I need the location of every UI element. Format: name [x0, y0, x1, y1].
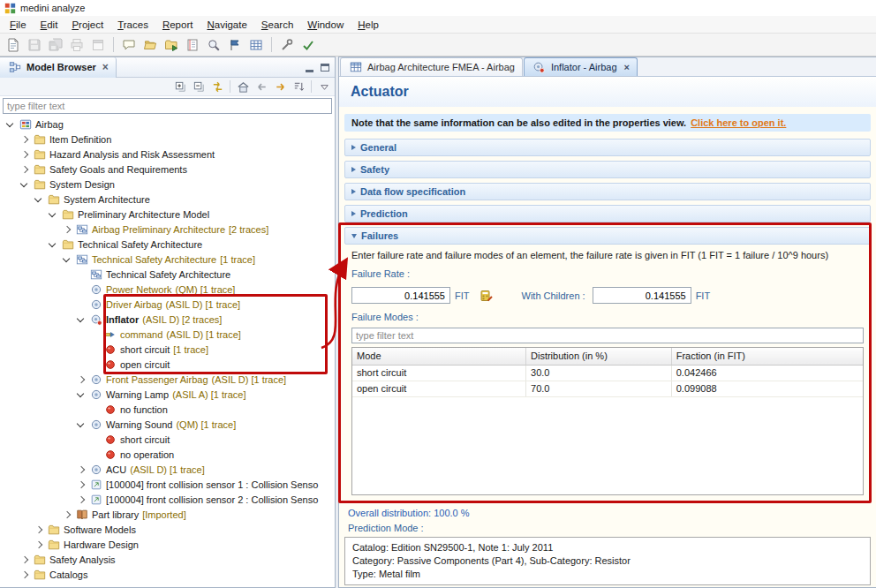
failure-modes-table[interactable]: ModeDistribution (in %)Fraction (in FIT)… [351, 347, 864, 495]
home-button[interactable] [234, 79, 252, 95]
folder-open-button[interactable] [140, 35, 160, 55]
menu-file[interactable]: File [3, 18, 34, 32]
editor-tab-inflator-airbag[interactable]: Inflator - Airbag× [524, 57, 638, 76]
grid-button[interactable] [246, 35, 266, 55]
tree-filter-input[interactable] [3, 98, 332, 114]
derive-failure-rate-button[interactable] [478, 288, 495, 304]
tree-item-no-function[interactable]: no function [0, 402, 335, 417]
expand-twistie-icon[interactable] [60, 222, 74, 237]
expand-twistie-icon[interactable] [18, 162, 32, 177]
tree-item-airbag[interactable]: Airbag [0, 117, 335, 132]
expand-twistie-icon[interactable] [32, 538, 46, 552]
column-header-distribution-in[interactable]: Distribution (in %) [526, 348, 672, 365]
notebook-button[interactable] [183, 35, 202, 55]
tree-item-hazard-analysis-and-risk-assessment[interactable]: Hazard Analysis and Risk Assessment [0, 147, 335, 162]
tree-item-system-architecture[interactable]: System Architecture [0, 192, 335, 207]
column-header-mode[interactable]: Mode [352, 348, 526, 365]
section-safety[interactable]: Safety [344, 161, 871, 178]
section-data-flow-specification[interactable]: Data flow specification [344, 183, 871, 200]
expand-twistie-icon[interactable] [18, 553, 32, 567]
collapse-twistie-icon[interactable] [74, 418, 88, 432]
window-button[interactable] [88, 35, 108, 55]
new-button[interactable] [4, 35, 23, 55]
collapse-all-button[interactable] [190, 79, 208, 95]
tree-item-inflator[interactable]: Inflator(ASIL D) [2 traces] [0, 312, 335, 327]
expand-twistie-icon[interactable] [74, 478, 88, 492]
expand-twistie-icon[interactable] [74, 463, 88, 477]
check-button[interactable] [298, 35, 318, 55]
tag-button[interactable] [225, 35, 245, 55]
tree-item-warning-sound[interactable]: Warning Sound(QM) [1 trace] [0, 417, 335, 432]
expand-twistie-icon[interactable] [74, 493, 88, 507]
save-all-button[interactable] [46, 35, 65, 55]
collapse-twistie-icon[interactable] [4, 117, 18, 132]
folder-run-button[interactable] [162, 35, 181, 55]
tree-item-100004-front-collision-sensor-1-collision-senso[interactable]: [100004] front collision sensor 1 : Coll… [0, 477, 335, 492]
tree-item-part-library[interactable]: Part library[Imported] [0, 507, 335, 522]
tree-item-hardware-design[interactable]: Hardware Design [0, 537, 335, 552]
save-button[interactable] [25, 35, 44, 55]
link-editor-button[interactable] [208, 79, 226, 95]
tools-button[interactable] [277, 35, 297, 55]
menu-traces[interactable]: Traces [110, 18, 155, 32]
view-menu-button[interactable] [315, 79, 333, 95]
collapse-twistie-icon[interactable] [74, 313, 88, 327]
collapse-twistie-icon[interactable] [32, 192, 46, 207]
tree-item-software-models[interactable]: Software Models [0, 522, 335, 537]
failures-section-header[interactable]: Failures [344, 227, 871, 245]
expand-twistie-icon[interactable] [18, 147, 32, 162]
tree-item-power-network[interactable]: Power Network(QM) [1 trace] [0, 282, 335, 297]
close-view-icon[interactable]: × [102, 61, 109, 73]
close-tab-icon[interactable]: × [624, 62, 630, 72]
tree-item-short-circuit[interactable]: short circuit[1 trace] [0, 342, 335, 357]
back-button[interactable] [253, 79, 270, 95]
failure-modes-filter-input[interactable] [351, 328, 864, 343]
tree-item-acu[interactable]: ACU(ASIL D) [1 trace] [0, 462, 335, 477]
failure-rate-input[interactable] [351, 287, 450, 304]
expand-twistie-icon[interactable] [18, 132, 32, 147]
tree-item-airbag-preliminary-architecture[interactable]: Airbag Preliminary Architecture[2 traces… [0, 222, 335, 237]
expand-twistie-icon[interactable] [18, 568, 32, 582]
minimize-view-button[interactable] [306, 63, 313, 72]
collapse-twistie-icon[interactable] [60, 253, 74, 267]
tree-item-safety-analysis[interactable]: Safety Analysis [0, 552, 335, 567]
tree-item-technical-safety-architecture[interactable]: Technical Safety Architecture [0, 267, 335, 282]
column-header-fraction-in-fit[interactable]: Fraction (in FIT) [671, 348, 863, 365]
expand-twistie-icon[interactable] [74, 373, 88, 387]
expand-all-button[interactable] [171, 79, 189, 95]
tree-item-system-design[interactable]: System Design [0, 177, 335, 192]
menu-window[interactable]: Window [300, 18, 351, 32]
sort-button[interactable] [290, 79, 307, 95]
tree-item-preliminary-architecture-model[interactable]: Preliminary Architecture Model [0, 207, 335, 222]
tree-item-open-circuit[interactable]: open circuit [0, 357, 335, 372]
collapse-twistie-icon[interactable] [46, 207, 60, 222]
failure-mode-row-short-circuit[interactable]: short circuit30.00.042466 [352, 365, 863, 381]
tree-item-no-operation[interactable]: no operation [0, 447, 335, 462]
collapse-twistie-icon[interactable] [74, 388, 88, 402]
tree-item-catalogs[interactable]: Catalogs [0, 567, 335, 582]
open-properties-link[interactable]: Click here to open it. [691, 117, 786, 128]
tree-item-item-definition[interactable]: Item Definition [0, 132, 335, 147]
with-children-input[interactable] [593, 287, 691, 304]
tree-item-driver-airbag[interactable]: Driver Airbag(ASIL D) [1 trace] [0, 297, 335, 312]
editor-tab-airbag-architecture-fmea-airbag[interactable]: Airbag Architecture FMEA - Airbag [340, 57, 523, 76]
menu-edit[interactable]: Edit [34, 18, 65, 32]
expand-twistie-icon[interactable] [32, 523, 46, 537]
section-general[interactable]: General [344, 139, 871, 156]
search-button[interactable] [204, 35, 223, 55]
maximize-view-button[interactable] [321, 64, 329, 72]
tree-item-command[interactable]: command(ASIL D) [1 trace] [0, 327, 335, 342]
bubble-button[interactable] [119, 35, 139, 55]
forward-button[interactable] [271, 79, 289, 95]
print-button[interactable] [67, 35, 87, 55]
collapse-twistie-icon[interactable] [46, 237, 60, 252]
tree-item-short-circuit[interactable]: short circuit [0, 432, 335, 447]
menu-report[interactable]: Report [155, 18, 200, 32]
tree-item-warning-lamp[interactable]: Warning Lamp(ASIL A) [1 trace] [0, 387, 335, 402]
menu-navigate[interactable]: Navigate [200, 18, 253, 32]
section-prediction[interactable]: Prediction [344, 205, 871, 222]
collapse-twistie-icon[interactable] [18, 177, 32, 192]
menu-search[interactable]: Search [254, 18, 300, 32]
tree-item-technical-safety-architecture[interactable]: Technical Safety Architecture[1 trace] [0, 252, 335, 267]
tree-item-safety-goals-and-requirements[interactable]: Safety Goals and Requirements [0, 162, 335, 177]
